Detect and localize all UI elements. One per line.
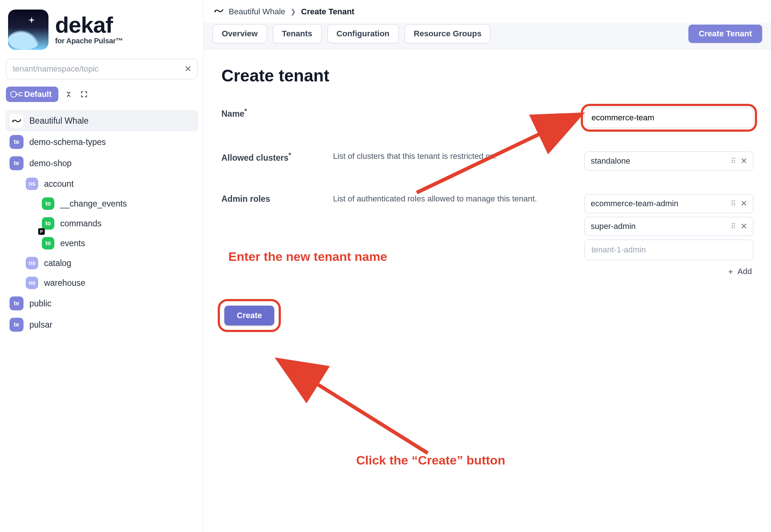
tab-overview[interactable]: Overview	[213, 24, 267, 43]
svg-point-1	[214, 11, 216, 12]
tenant-item-demo-schema-types[interactable]: te demo-schema-types	[5, 131, 198, 153]
cluster-icon	[10, 114, 23, 128]
node-label: pulsar	[29, 320, 53, 330]
brand-name: dekaf	[55, 14, 123, 36]
plus-icon: ＋	[727, 266, 735, 277]
svg-line-3	[281, 361, 428, 453]
allowed-clusters-desc: List of clusters that this tenant is res…	[333, 152, 576, 161]
toolbar: Overview Tenants Configuration Resource …	[204, 23, 771, 50]
page-title: Create tenant	[221, 66, 753, 85]
tenant-badge-icon: te	[10, 318, 23, 332]
main: Beautiful Whale ❯ Create Tenant Overview…	[204, 0, 771, 532]
tenant-item-public[interactable]: te public	[5, 293, 198, 314]
auth-profile-badge[interactable]: Default	[6, 87, 58, 102]
drag-handle-icon[interactable]: ⠿	[731, 222, 735, 231]
key-icon	[10, 91, 21, 98]
cluster-chip[interactable]: standalone ⠿ ✕	[584, 152, 753, 171]
cluster-chip-label: standalone	[591, 156, 725, 166]
node-label: warehouse	[44, 278, 86, 288]
tenant-item-pulsar[interactable]: te pulsar	[5, 314, 198, 335]
auth-profile-label: Default	[24, 90, 52, 99]
add-role-label: Add	[738, 267, 752, 276]
tenant-badge-icon: te	[10, 156, 23, 170]
search-input[interactable]	[6, 59, 198, 79]
sidebar: dekaf for Apache Pulsar™ ✕ Default	[0, 0, 204, 532]
namespace-item-warehouse[interactable]: ns warehouse	[5, 273, 198, 293]
node-label: demo-shop	[29, 158, 72, 168]
new-role-input[interactable]	[584, 240, 753, 260]
node-label: events	[60, 238, 85, 248]
focus-icon[interactable]	[79, 89, 89, 99]
node-label: catalog	[44, 258, 71, 268]
add-role-button[interactable]: ＋ Add	[725, 264, 753, 279]
topic-badge-icon: to	[42, 217, 54, 230]
cluster-icon	[214, 6, 224, 18]
node-label: public	[29, 299, 51, 309]
allowed-clusters-label: Allowed clusters	[221, 152, 324, 163]
node-label: __change_events	[60, 199, 127, 209]
create-tenant-button[interactable]: Create Tenant	[688, 25, 762, 43]
chevron-right-icon: ❯	[290, 8, 296, 16]
remove-role-icon[interactable]: ✕	[741, 199, 747, 208]
cluster-item-beautiful-whale[interactable]: Beautiful Whale	[5, 110, 198, 131]
node-label: commands	[60, 219, 101, 229]
tenant-badge-icon: te	[10, 135, 23, 149]
node-label: demo-schema-types	[29, 137, 106, 147]
tab-resource-groups[interactable]: Resource Groups	[405, 24, 491, 43]
tenant-item-demo-shop[interactable]: te demo-shop	[5, 153, 198, 174]
tenant-name-input[interactable]	[584, 108, 753, 128]
clear-search-icon[interactable]: ✕	[184, 64, 192, 74]
name-label: Name	[221, 108, 324, 119]
topic-badge-icon: to	[42, 197, 54, 210]
tenant-badge-icon: te	[10, 296, 23, 310]
arrow-to-create-button	[274, 354, 435, 460]
tab-tenants[interactable]: Tenants	[273, 24, 322, 43]
tab-configuration[interactable]: Configuration	[327, 24, 399, 43]
breadcrumb-item[interactable]: Beautiful Whale	[229, 7, 285, 17]
topic-badge-icon: to	[42, 237, 54, 249]
logo-block: dekaf for Apache Pulsar™	[5, 7, 198, 57]
topic-item-commands[interactable]: to commands	[5, 214, 198, 233]
brand-subtitle: for Apache Pulsar™	[55, 37, 123, 45]
role-chip-label: super-admin	[591, 222, 725, 231]
breadcrumb: Beautiful Whale ❯ Create Tenant	[204, 0, 771, 23]
svg-point-0	[12, 121, 14, 122]
annotation-name-hint: Enter the new tenant name	[228, 249, 387, 264]
admin-roles-label: Admin roles	[221, 194, 324, 204]
pin-icon: P	[38, 228, 45, 235]
logo-mark	[8, 10, 48, 50]
drag-handle-icon[interactable]: ⠿	[731, 199, 735, 208]
role-chip[interactable]: super-admin ⠿ ✕	[584, 217, 753, 236]
breadcrumb-current: Create Tenant	[301, 7, 354, 17]
namespace-badge-icon: ns	[26, 178, 38, 190]
topic-item-change-events[interactable]: to __change_events	[5, 194, 198, 214]
namespace-item-catalog[interactable]: ns catalog	[5, 253, 198, 273]
drag-handle-icon[interactable]: ⠿	[731, 157, 735, 165]
namespace-badge-icon: ns	[26, 257, 38, 269]
cluster-label: Beautiful Whale	[29, 116, 88, 126]
nav-tree: Beautiful Whale te demo-schema-types te …	[5, 110, 198, 335]
namespace-badge-icon: ns	[26, 277, 38, 289]
admin-roles-desc: List of authenticated roles allowed to m…	[333, 194, 576, 204]
namespace-item-account[interactable]: ns account	[5, 174, 198, 194]
role-chip-label: ecommerce-team-admin	[591, 199, 725, 208]
remove-role-icon[interactable]: ✕	[741, 222, 747, 231]
remove-cluster-icon[interactable]: ✕	[741, 156, 747, 166]
submit-create-button[interactable]: Create	[224, 306, 274, 325]
collapse-icon[interactable]	[64, 89, 74, 99]
annotation-submit-hint: Click the “Create” button	[356, 453, 505, 467]
role-chip[interactable]: ecommerce-team-admin ⠿ ✕	[584, 194, 753, 213]
node-label: account	[44, 179, 74, 189]
topic-item-events[interactable]: P to events	[5, 233, 198, 253]
